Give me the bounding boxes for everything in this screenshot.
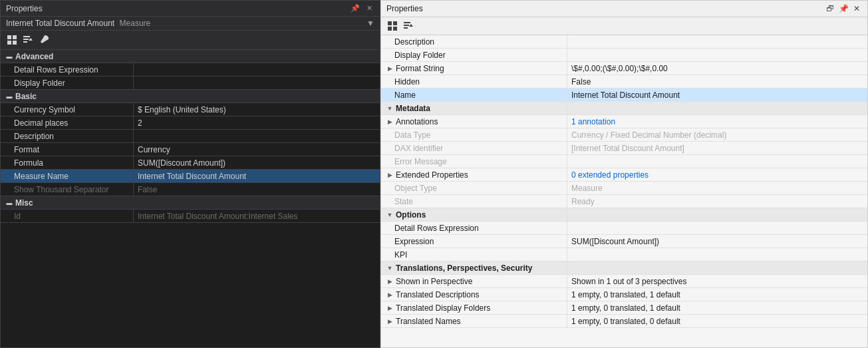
right-prop-value-name[interactable]: Internet Total Discount Amount [567,88,867,101]
right-close-btn[interactable]: ✕ [851,3,862,14]
collapse-translations-icon[interactable]: ▼ [385,263,394,273]
prop-value-detail-rows-expr[interactable] [134,63,380,76]
left-toolbar-grid-btn[interactable] [5,33,19,47]
right-prop-value-dax-identifier[interactable]: [Internet Total Discount Amount] [567,142,867,154]
prop-name-decimal-places: Decimal places [1,116,134,129]
right-panel-header: Properties 🗗 📌 ✕ [381,1,867,17]
right-prop-name-hidden: Hidden [381,75,567,88]
prop-value-display-folder[interactable] [134,77,380,89]
section-header-misc[interactable]: ▬ Misc [1,196,380,210]
prop-row-id: Id Internet Total Discount Amount:Intern… [1,210,380,223]
right-row-data-type: Data Type Currency / Fixed Decimal Numbe… [381,128,867,142]
svg-rect-0 [7,35,11,39]
right-prop-name-extended-props: ▶Extended Properties [381,168,567,181]
prop-name-detail-rows-expr: Detail Rows Expression [1,63,134,76]
right-row-dax-identifier: DAX identifier [Internet Total Discount … [381,142,867,155]
right-prop-value-annotations[interactable]: 1 annotation [567,115,867,128]
left-toolbar-wrench-btn[interactable] [37,33,51,47]
prop-name-format: Format [1,143,134,156]
left-close-button[interactable]: ✕ [364,3,374,13]
expand-translated-display-folders-icon[interactable]: ▶ [385,303,394,313]
right-prop-value-expression[interactable]: SUM([Discount Amount]) [567,235,867,248]
svg-rect-5 [23,39,29,40]
right-prop-value-display-folder[interactable] [567,49,867,61]
right-restore-btn[interactable]: 🗗 [825,3,835,14]
right-section-options[interactable]: ▼ Options [381,208,867,222]
right-prop-value-kpi[interactable] [567,248,867,261]
measure-dropdown-btn[interactable]: ▼ [366,19,374,28]
right-prop-value-opt-detail-rows[interactable] [567,222,867,234]
right-prop-value-extended-props[interactable]: 0 extended properties [567,168,867,181]
right-prop-name-error-message: Error Message [381,155,567,168]
right-prop-name-kpi: KPI [381,248,567,261]
expand-extended-props-icon[interactable]: ▶ [385,170,394,180]
right-section-translations[interactable]: ▼ Translations, Perspectives, Security [381,261,867,275]
left-properties-panel: Properties 📌 ✕ Internet Total Discount A… [0,0,380,348]
right-prop-value-description[interactable] [567,35,867,48]
toggle-basic: ▬ [5,92,14,101]
measure-title-bar: Internet Total Discount Amount Measure ▼ [1,17,380,31]
collapse-options-icon[interactable]: ▼ [385,210,394,220]
prop-name-currency-symbol: Currency Symbol [1,103,134,116]
right-toolbar-grid-btn[interactable] [385,19,400,33]
svg-rect-8 [388,21,392,25]
left-panel-title: Properties [6,4,43,13]
svg-rect-9 [393,21,397,25]
prop-value-format[interactable]: Currency [134,143,380,156]
svg-marker-7 [29,38,33,41]
prop-value-id[interactable]: Internet Total Discount Amount:Internet … [134,210,380,222]
right-prop-value-translated-descriptions[interactable]: 1 empty, 0 translated, 1 default [567,288,867,301]
left-pin-button[interactable]: 📌 [349,3,362,13]
right-prop-value-state[interactable]: Ready [567,195,867,208]
expand-shown-in-perspective-icon[interactable]: ▶ [385,277,394,286]
prop-value-show-thousand-sep[interactable]: False [134,183,380,196]
prop-value-currency-symbol[interactable]: $ English (United States) [134,103,380,116]
right-toolbar-sort-btn[interactable] [401,19,416,33]
right-row-extended-props: ▶Extended Properties 0 extended properti… [381,168,867,182]
right-row-opt-detail-rows: Detail Rows Expression [381,222,867,235]
prop-row-description: Description [1,130,380,143]
left-panel-header: Properties 📌 ✕ [1,1,380,17]
expand-format-string[interactable]: ▶ [385,64,394,73]
right-prop-value-shown-in-perspective[interactable]: Shown in 1 out of 3 perspectives [567,275,867,287]
right-section-metadata[interactable]: ▼ Metadata [381,102,867,115]
prop-value-measure-name[interactable]: Internet Total Discount Amount [134,170,380,182]
right-prop-value-translated-names[interactable]: 1 empty, 0 translated, 0 default [567,315,867,327]
expand-translated-descriptions-icon[interactable]: ▶ [385,290,394,299]
right-prop-name-opt-detail-rows: Detail Rows Expression [381,222,567,234]
expand-translated-names-icon[interactable]: ▶ [385,317,394,326]
right-properties-panel: Properties 🗗 📌 ✕ Description [380,0,868,348]
left-toolbar-sort-btn[interactable] [21,33,35,47]
right-row-format-string: ▶Format String \$#,0.00;(\$#,0.00);\$#,0… [381,62,867,75]
right-prop-name-object-type: Object Type [381,182,567,194]
prop-value-formula[interactable]: SUM([Discount Amount]) [134,156,380,169]
prop-name-measure-name: Measure Name [1,170,134,182]
right-prop-value-error-message[interactable] [567,155,867,168]
collapse-metadata-icon[interactable]: ▼ [385,104,394,113]
right-prop-name-description: Description [381,35,567,48]
right-prop-value-object-type[interactable]: Measure [567,182,867,194]
right-section-label-translations: ▼ Translations, Perspectives, Security [381,261,567,274]
right-prop-name-shown-in-perspective: ▶Shown in Perspective [381,275,567,287]
right-toolbar [381,17,867,35]
right-pin-btn[interactable]: 📌 [838,3,849,14]
expand-annotations-icon[interactable]: ▶ [385,117,394,126]
right-prop-name-format-string: ▶Format String [381,62,567,75]
section-header-basic[interactable]: ▬ Basic [1,90,380,103]
svg-rect-14 [404,27,408,29]
right-prop-name-display-folder: Display Folder [381,49,567,61]
right-prop-value-data-type[interactable]: Currency / Fixed Decimal Number (decimal… [567,128,867,141]
right-row-translated-names: ▶Translated Names 1 empty, 0 translated,… [381,315,867,328]
right-prop-value-hidden[interactable]: False [567,75,867,88]
section-label-misc: Misc [15,198,33,208]
prop-name-id: Id [1,210,134,222]
right-prop-value-format-string[interactable]: \$#,0.00;(\$#,0.00);\$#,0.00 [567,62,867,75]
prop-value-description[interactable] [134,130,380,142]
section-header-advanced[interactable]: ▬ Advanced [1,50,380,63]
right-row-description: Description [381,35,867,49]
prop-value-decimal-places[interactable]: 2 [134,116,380,129]
right-prop-value-translated-display-folders[interactable]: 1 empty, 0 translated, 1 default [567,301,867,314]
svg-marker-15 [409,24,413,27]
right-panel-controls: 🗗 📌 ✕ [825,3,862,14]
svg-rect-13 [404,25,409,26]
